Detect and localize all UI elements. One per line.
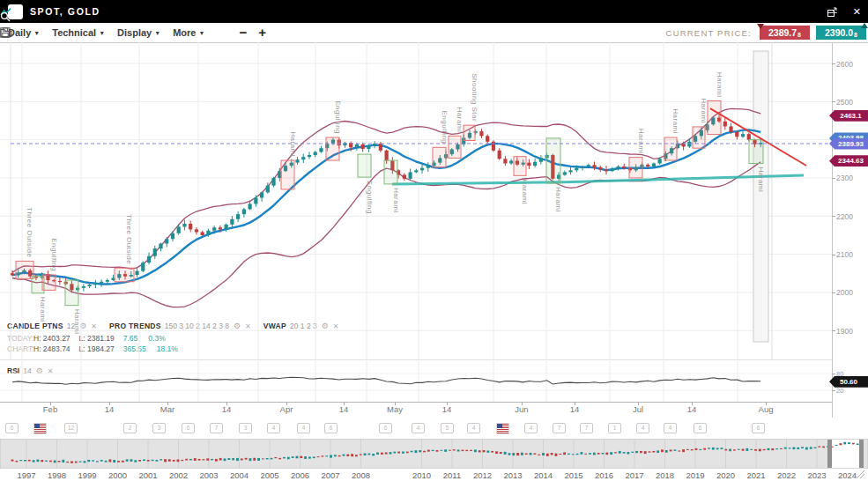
year-label: 2004 bbox=[230, 470, 249, 480]
pattern-label: Harami bbox=[700, 98, 708, 123]
x-axis-label: Mar bbox=[160, 404, 174, 414]
x-axis-label: May bbox=[387, 404, 403, 414]
pattern-label: Harami bbox=[456, 107, 464, 133]
x-axis-label: 14 bbox=[222, 404, 232, 414]
pattern-label: Harami bbox=[671, 108, 679, 134]
pattern-box-bear bbox=[449, 136, 461, 158]
pattern-box-bear bbox=[42, 275, 56, 290]
pattern-box-bear bbox=[115, 268, 134, 282]
price-tick-mark bbox=[832, 101, 835, 102]
year-label: 2014 bbox=[534, 470, 553, 480]
calendar-event-icon[interactable]: 4 bbox=[267, 423, 280, 433]
calendar-event-icon[interactable]: 2 bbox=[123, 423, 137, 433]
calendar-event-icon[interactable]: 6 bbox=[182, 423, 195, 433]
price-tick-label: 2300 bbox=[836, 174, 853, 182]
year-label: 2007 bbox=[321, 470, 339, 480]
pattern-label: Harami bbox=[554, 187, 562, 212]
calendar-event-icon[interactable]: 4 bbox=[636, 423, 649, 433]
pattern-label: Engulfing bbox=[366, 181, 374, 214]
price-tick-mark bbox=[832, 63, 835, 64]
year-label: 2012 bbox=[473, 470, 492, 480]
x-axis-label: Feb bbox=[43, 404, 57, 414]
year-label: 2003 bbox=[199, 470, 218, 480]
navigator-handle-left[interactable] bbox=[827, 440, 832, 468]
main-chart-canvas[interactable]: Three OutsideHaramiEngulfingHaramiThree … bbox=[0, 42, 832, 359]
calendar-event-icon[interactable]: 4 bbox=[467, 423, 480, 433]
price-tick-label: 2000 bbox=[836, 288, 853, 297]
us-flag-icon[interactable] bbox=[496, 423, 509, 434]
year-label: 2015 bbox=[564, 470, 582, 480]
calendar-event-icon[interactable]: 6 bbox=[5, 423, 19, 433]
rsi-tick-label: 20 bbox=[836, 387, 843, 395]
calendar-event-icon[interactable]: 4 bbox=[412, 423, 425, 433]
pattern-label: Harami bbox=[392, 188, 400, 213]
pattern-box-bear bbox=[664, 137, 677, 160]
pattern-label: Harami bbox=[757, 166, 765, 192]
year-label: 2001 bbox=[138, 470, 157, 480]
calendar-event-icon[interactable]: 3 bbox=[152, 423, 166, 433]
pattern-label: Shooting Star bbox=[471, 73, 479, 122]
year-label: 2002 bbox=[169, 470, 188, 480]
pattern-label: Engulfing bbox=[334, 100, 342, 134]
calendar-event-icon[interactable]: 6 bbox=[324, 423, 338, 433]
calendar-event-icon[interactable]: 7 bbox=[210, 423, 223, 433]
year-label: 2023 bbox=[807, 470, 826, 480]
calendar-event-icon[interactable]: 4 bbox=[524, 423, 538, 433]
pattern-box-bear bbox=[281, 160, 294, 189]
pattern-box-bear bbox=[693, 127, 705, 148]
year-label: 2008 bbox=[352, 470, 370, 480]
calendar-event-icon[interactable]: 6 bbox=[694, 423, 707, 433]
price-tick-label: 2100 bbox=[836, 250, 853, 259]
pattern-label: Harami bbox=[521, 179, 529, 204]
pattern-box-bear bbox=[708, 100, 721, 134]
navigator-canvas[interactable] bbox=[0, 439, 868, 469]
rsi-pane-canvas[interactable] bbox=[0, 359, 832, 402]
rsi-tick-mark bbox=[832, 390, 835, 391]
x-axis-label: Apr bbox=[280, 404, 293, 414]
pattern-label: Harami bbox=[637, 129, 645, 154]
calendar-event-icon[interactable]: 6 bbox=[752, 423, 765, 433]
us-flag-icon[interactable] bbox=[33, 423, 47, 434]
year-label: 2000 bbox=[108, 470, 127, 480]
rsi-line bbox=[12, 377, 760, 384]
chart-area: CANDLE PTNS12⚙✕PRO TRENDS150 3 10 2 14 2… bbox=[0, 0, 868, 481]
price-axis-line bbox=[832, 42, 833, 418]
year-label: 1997 bbox=[17, 470, 35, 480]
year-label: 2013 bbox=[503, 470, 522, 480]
calendar-event-icon[interactable]: 4 bbox=[297, 423, 310, 433]
calendar-event-icon[interactable]: 7 bbox=[553, 423, 566, 433]
year-label: 2018 bbox=[656, 470, 674, 480]
navigator-handle-right[interactable] bbox=[859, 440, 864, 468]
x-axis-label: Jul bbox=[633, 404, 643, 414]
selection-highlight-box bbox=[753, 51, 768, 342]
pattern-box-bull bbox=[546, 138, 560, 183]
rsi-value-badge: 50.60 bbox=[829, 376, 868, 388]
price-tick-label: 2200 bbox=[836, 212, 853, 221]
time-axis-line bbox=[0, 402, 832, 403]
price-badge: 2389.93 bbox=[829, 138, 868, 150]
calendar-event-icon[interactable]: 5 bbox=[441, 423, 454, 433]
rsi-tick-mark bbox=[832, 374, 835, 374]
pattern-label: Three Outside bbox=[125, 214, 133, 264]
price-tick-mark bbox=[832, 178, 835, 179]
price-badge: 2463.1 bbox=[829, 110, 868, 122]
candle-pattern-annotations: Three OutsideHaramiEngulfingHaramiThree … bbox=[16, 72, 765, 335]
price-tick-mark bbox=[832, 292, 835, 293]
x-axis-label: 14 bbox=[339, 404, 349, 414]
price-badge: 2344.63 bbox=[829, 155, 868, 166]
x-axis-label: Aug bbox=[759, 404, 774, 414]
calendar-event-icon[interactable]: 12 bbox=[64, 423, 78, 433]
year-label: 2011 bbox=[443, 470, 461, 480]
calendar-event-icon[interactable]: 3 bbox=[239, 423, 252, 433]
pattern-label: Harami bbox=[716, 72, 723, 98]
calendar-event-icon[interactable]: 6 bbox=[379, 423, 392, 433]
year-label: 2010 bbox=[412, 470, 431, 480]
price-tick-label: 2500 bbox=[836, 98, 853, 107]
x-axis-label: 14 bbox=[442, 404, 452, 414]
calendar-event-icon[interactable]: 1 bbox=[608, 423, 621, 433]
pattern-box-bear bbox=[464, 125, 475, 140]
calendar-event-icon[interactable]: 4 bbox=[664, 423, 677, 433]
trading-app-window: SPOT, GOLD — ✕ Daily▼Technical▼Display▼M… bbox=[0, 0, 868, 481]
calendar-event-icon[interactable]: 7 bbox=[580, 423, 593, 433]
pattern-box-bear bbox=[326, 137, 339, 160]
